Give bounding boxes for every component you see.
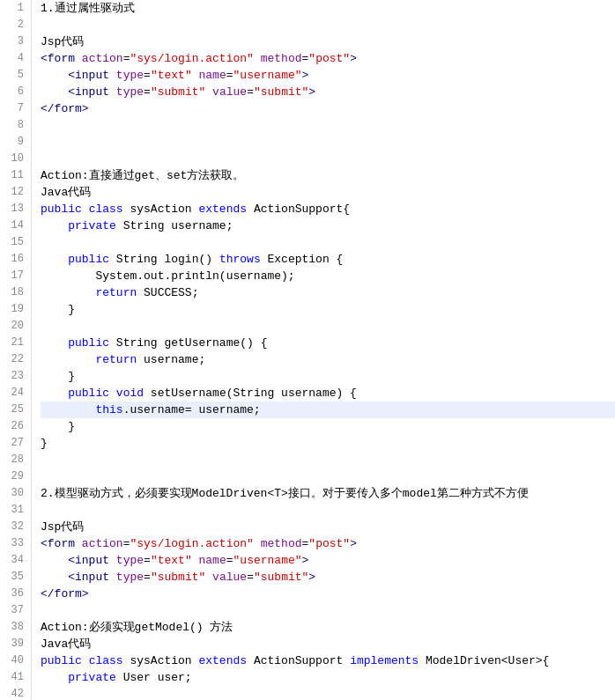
line-number: 1 bbox=[4, 0, 24, 17]
line-number: 3 bbox=[4, 33, 24, 50]
line-number: 9 bbox=[4, 134, 24, 151]
line-number: 42 bbox=[4, 686, 24, 700]
line-number: 10 bbox=[4, 151, 24, 167]
line-number: 6 bbox=[4, 84, 24, 100]
code-line: this.username= username; bbox=[41, 402, 615, 418]
line-number: 25 bbox=[4, 402, 24, 418]
line-number: 16 bbox=[4, 251, 24, 268]
code-line: Jsp代码 bbox=[41, 33, 615, 50]
line-number: 17 bbox=[4, 268, 24, 284]
line-number: 35 bbox=[4, 569, 24, 586]
line-number: 31 bbox=[4, 502, 24, 519]
line-number: 19 bbox=[4, 301, 24, 318]
code-line bbox=[41, 117, 615, 134]
line-number: 23 bbox=[4, 368, 24, 385]
code-line: <input type="text" name="username"> bbox=[41, 552, 615, 569]
line-number: 39 bbox=[4, 636, 24, 652]
code-line: public class sysAction extends ActionSup… bbox=[41, 201, 615, 217]
code-line: System.out.println(username); bbox=[41, 268, 615, 284]
code-line: public String login() throws Exception { bbox=[41, 251, 615, 268]
code-line: Action:直接通过get、set方法获取。 bbox=[41, 167, 615, 184]
line-number: 26 bbox=[4, 418, 24, 435]
code-line: private String username; bbox=[41, 217, 615, 234]
code-line: } bbox=[41, 368, 615, 385]
line-number: 22 bbox=[4, 351, 24, 368]
code-line bbox=[41, 151, 615, 167]
line-number: 2 bbox=[4, 17, 24, 33]
line-number: 21 bbox=[4, 335, 24, 351]
code-line: Jsp代码 bbox=[41, 519, 615, 535]
code-line bbox=[41, 602, 615, 619]
line-number: 37 bbox=[4, 602, 24, 619]
code-line: Java代码 bbox=[41, 184, 615, 201]
line-number: 7 bbox=[4, 100, 24, 117]
line-number: 27 bbox=[4, 435, 24, 452]
line-number: 12 bbox=[4, 184, 24, 201]
code-line bbox=[41, 452, 615, 468]
code-line bbox=[41, 134, 615, 151]
code-line bbox=[41, 468, 615, 485]
code-line: <form action="sys/login.action" method="… bbox=[41, 50, 615, 67]
code-line: public class sysAction extends ActionSup… bbox=[41, 652, 615, 669]
line-number: 14 bbox=[4, 217, 24, 234]
line-number: 30 bbox=[4, 485, 24, 502]
line-number: 28 bbox=[4, 452, 24, 468]
code-line bbox=[41, 234, 615, 251]
code-line bbox=[41, 318, 615, 335]
line-number: 11 bbox=[4, 167, 24, 184]
line-number: 34 bbox=[4, 552, 24, 569]
line-number: 38 bbox=[4, 619, 24, 636]
line-number: 36 bbox=[4, 586, 24, 602]
line-number: 20 bbox=[4, 318, 24, 335]
line-numbers: 1234567891011121314151617181920212223242… bbox=[0, 0, 32, 700]
code-line: public String getUsername() { bbox=[41, 335, 615, 351]
code-container: 1234567891011121314151617181920212223242… bbox=[0, 0, 615, 700]
code-line: </form> bbox=[41, 100, 615, 117]
code-line: Action:必须实现getModel() 方法 bbox=[41, 619, 615, 636]
line-number: 41 bbox=[4, 669, 24, 686]
code-line: } bbox=[41, 435, 615, 452]
line-number: 8 bbox=[4, 117, 24, 134]
line-number: 33 bbox=[4, 535, 24, 552]
code-line: <input type="submit" value="submit"> bbox=[41, 84, 615, 100]
line-number: 13 bbox=[4, 201, 24, 217]
code-line: <input type="text" name="username"> bbox=[41, 67, 615, 84]
code-line: } bbox=[41, 301, 615, 318]
line-number: 32 bbox=[4, 519, 24, 535]
line-number: 18 bbox=[4, 284, 24, 301]
line-number: 15 bbox=[4, 234, 24, 251]
line-number: 4 bbox=[4, 50, 24, 67]
code-line bbox=[41, 17, 615, 33]
code-line: public void setUsername(String username)… bbox=[41, 385, 615, 402]
code-line: </form> bbox=[41, 586, 615, 602]
line-number: 5 bbox=[4, 67, 24, 84]
code-content: 1.通过属性驱动式 Jsp代码<form action="sys/login.a… bbox=[32, 0, 615, 700]
code-line: Java代码 bbox=[41, 636, 615, 652]
code-line: private User user; bbox=[41, 669, 615, 686]
code-line bbox=[41, 686, 615, 700]
line-number: 24 bbox=[4, 385, 24, 402]
code-line: <form action="sys/login.action" method="… bbox=[41, 535, 615, 552]
line-number: 29 bbox=[4, 468, 24, 485]
code-line: } bbox=[41, 418, 615, 435]
code-line: <input type="submit" value="submit"> bbox=[41, 569, 615, 586]
code-line: 2.模型驱动方式，必须要实现ModelDriven<T>接口。对于要传入多个mo… bbox=[41, 485, 615, 502]
code-line: return SUCCESS; bbox=[41, 284, 615, 301]
code-line: return username; bbox=[41, 351, 615, 368]
line-number: 40 bbox=[4, 652, 24, 669]
code-line: 1.通过属性驱动式 bbox=[41, 0, 615, 17]
code-line bbox=[41, 502, 615, 519]
